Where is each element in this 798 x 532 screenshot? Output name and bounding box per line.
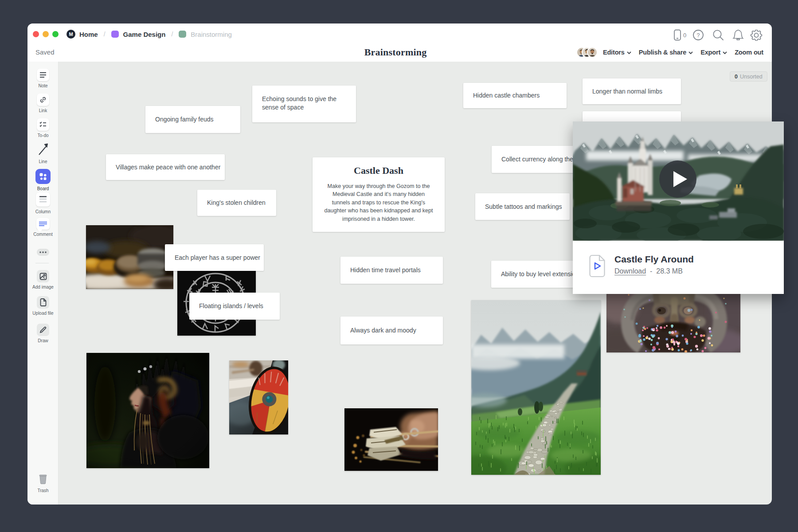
svg-text:?: ? [697, 32, 700, 39]
svg-text:0: 0 [683, 32, 686, 39]
